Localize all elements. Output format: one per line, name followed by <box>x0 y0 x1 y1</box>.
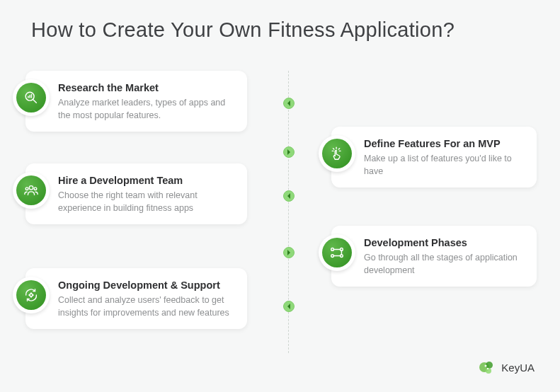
step-icon-wrap <box>13 277 50 313</box>
step-desc: Analyze market leaders, types of apps an… <box>58 96 236 122</box>
timeline-arrow-3 <box>283 190 295 202</box>
svg-point-12 <box>34 188 37 190</box>
step-card-2: Define Features For an MVP Make up a lis… <box>331 127 537 188</box>
svg-point-25 <box>485 365 487 367</box>
chevron-right-icon <box>287 149 291 155</box>
svg-line-1 <box>33 100 37 103</box>
step-card-5: Ongoing Development & Support Collect an… <box>25 268 247 329</box>
step-desc: Make up a list of features you'd like to… <box>364 152 525 178</box>
svg-line-6 <box>333 149 334 149</box>
step-card-4: Development Phases Go through all the st… <box>331 226 537 287</box>
brand-logo-icon <box>477 358 496 376</box>
step-icon-wrap <box>319 135 355 172</box>
step-title: Hire a Development Team <box>58 175 236 186</box>
step-desc: Go through all the stages of application… <box>364 251 525 277</box>
page-title: How to Create Your Own Fitness Applicati… <box>31 18 455 42</box>
timeline-arrow-1 <box>283 98 295 109</box>
step-desc: Choose the right team with relevant expe… <box>58 189 236 214</box>
step-title: Development Phases <box>364 237 525 248</box>
step-card-3: Hire a Development Team Choose the right… <box>25 163 247 224</box>
svg-point-26 <box>487 368 488 369</box>
brand-name: KeyUA <box>501 362 535 374</box>
team-icon <box>16 175 46 205</box>
timeline-arrow-5 <box>283 301 295 312</box>
step-title: Ongoing Development & Support <box>58 279 236 291</box>
brand: KeyUA <box>477 358 535 376</box>
tap-features-icon <box>322 139 352 168</box>
flow-icon <box>322 238 352 267</box>
step-title: Define Features For an MVP <box>364 138 525 149</box>
svg-point-11 <box>25 188 28 190</box>
step-icon-wrap <box>13 172 50 209</box>
step-card-1: Research the Market Analyze market leade… <box>25 71 247 132</box>
svg-point-10 <box>29 186 33 190</box>
timeline-arrow-4 <box>283 247 295 258</box>
step-icon-wrap <box>13 79 50 116</box>
chevron-left-icon <box>287 100 291 106</box>
gear-cycle-icon <box>16 280 46 310</box>
timeline-arrow-2 <box>283 146 295 158</box>
chevron-right-icon <box>287 250 291 255</box>
magnifier-chart-icon <box>16 83 46 113</box>
chevron-left-icon <box>287 304 291 309</box>
step-desc: Collect and analyze users' feedback to g… <box>58 294 236 319</box>
svg-line-7 <box>338 149 339 149</box>
chevron-left-icon <box>287 193 291 199</box>
step-title: Research the Market <box>58 82 236 93</box>
step-icon-wrap <box>319 234 355 271</box>
svg-point-23 <box>486 362 493 369</box>
